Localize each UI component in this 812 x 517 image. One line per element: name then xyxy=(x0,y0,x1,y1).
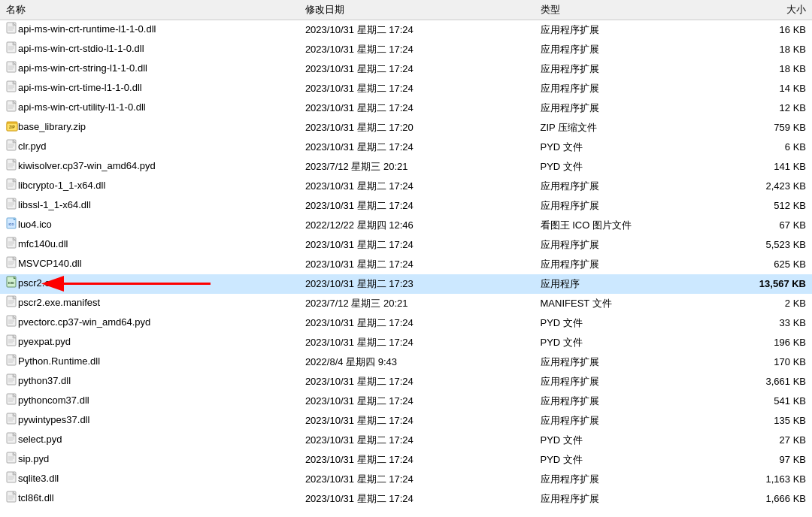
table-row[interactable]: ICO luo4.ico2022/12/22 星期四 12:46看图王 ICO … xyxy=(0,216,812,235)
file-name-text: MSVCP140.dll xyxy=(18,258,82,269)
file-name-cell: python37.dll xyxy=(0,372,211,389)
file-name-text: python37.dll xyxy=(18,375,71,386)
file-name-text: pscr2.exe xyxy=(18,277,60,289)
column-header-name[interactable]: 名称 xyxy=(0,0,299,20)
file-icon xyxy=(6,295,18,310)
table-row[interactable]: pyexpat.pyd2023/10/31 星期二 17:24PYD 文件196… xyxy=(0,333,812,352)
file-icon xyxy=(6,159,18,173)
table-row[interactable]: pythoncom37.dll2023/10/31 星期二 17:24应用程序扩… xyxy=(0,392,812,411)
table-row[interactable]: ZIP base_library.zip2023/10/31 星期二 17:20… xyxy=(0,118,812,138)
file-size-cell: 16 KB xyxy=(705,20,812,40)
file-type-cell: PYD 文件 xyxy=(535,157,705,177)
file-type-cell: 应用程序扩展 xyxy=(535,255,705,274)
file-icon xyxy=(6,41,18,56)
file-name-cell: pythoncom37.dll xyxy=(0,392,211,409)
table-row[interactable]: api-ms-win-crt-utility-l1-1-0.dll2023/10… xyxy=(0,98,812,118)
file-size-cell: 18 KB xyxy=(705,59,812,79)
file-size-cell: 759 KB xyxy=(705,118,812,138)
file-size-cell: 67 KB xyxy=(705,216,812,235)
file-date-cell: 2023/10/31 星期二 17:24 xyxy=(299,40,535,59)
column-header-size[interactable]: 大小 xyxy=(705,0,812,20)
file-size-cell: 512 KB xyxy=(705,196,812,216)
file-size-cell: 625 KB xyxy=(705,255,812,274)
file-size-cell: 2 KB xyxy=(705,294,812,313)
file-name-text: api-ms-win-crt-runtime-l1-1-0.dll xyxy=(18,23,156,35)
table-row[interactable]: api-ms-win-crt-runtime-l1-1-0.dll2023/10… xyxy=(0,20,812,40)
file-icon xyxy=(6,334,18,349)
file-name-cell: kiwisolver.cp37-win_amd64.pyd xyxy=(0,157,211,174)
file-icon xyxy=(6,393,18,407)
table-row[interactable]: api-ms-win-crt-stdio-l1-1-0.dll2023/10/3… xyxy=(0,40,812,59)
file-icon xyxy=(6,22,18,36)
file-size-cell: 1,163 KB xyxy=(705,470,812,489)
file-name-text: sqlite3.dll xyxy=(18,473,59,484)
table-row[interactable]: libssl-1_1-x64.dll2023/10/31 星期二 17:24应用… xyxy=(0,196,812,216)
file-name-text: base_library.zip xyxy=(18,121,86,132)
file-size-cell: 13,567 KB xyxy=(705,274,812,294)
file-name-cell: pvectorc.cp37-win_amd64.pyd xyxy=(0,313,211,331)
file-size-cell: 135 KB xyxy=(705,411,812,431)
table-row[interactable]: api-ms-win-crt-string-l1-1-0.dll2023/10/… xyxy=(0,59,812,79)
table-row[interactable]: sqlite3.dll2023/10/31 星期二 17:24应用程序扩展1,1… xyxy=(0,470,812,489)
file-explorer-list[interactable]: 名称 修改日期 类型 大小 api-ms-win-crt-runti xyxy=(0,0,812,517)
file-size-cell: 18 KB xyxy=(705,40,812,59)
table-row[interactable]: pvectorc.cp37-win_amd64.pyd2023/10/31 星期… xyxy=(0,313,812,333)
file-icon xyxy=(6,198,18,212)
table-row[interactable]: kiwisolver.cp37-win_amd64.pyd2023/7/12 星… xyxy=(0,157,812,177)
table-row[interactable]: EXE pscr2.exe2023/10/31 星期二 17:23应用程序13,… xyxy=(0,274,812,294)
table-row[interactable]: pywintypes37.dll2023/10/31 星期二 17:24应用程序… xyxy=(0,411,812,431)
file-name-text: api-ms-win-crt-string-l1-1-0.dll xyxy=(18,62,147,74)
file-type-cell: 应用程序扩展 xyxy=(535,372,705,392)
file-date-cell: 2023/10/31 星期二 17:24 xyxy=(299,20,535,40)
file-type-cell: 应用程序扩展 xyxy=(535,470,705,489)
table-row[interactable]: pscr2.exe.manifest2023/7/12 星期三 20:21MAN… xyxy=(0,294,812,313)
file-name-text: clr.pyd xyxy=(18,141,47,152)
file-date-cell: 2023/10/31 星期二 17:24 xyxy=(299,489,535,509)
file-name-cell: clr.pyd xyxy=(0,138,211,155)
file-size-cell: 12 KB xyxy=(705,98,812,118)
table-row[interactable]: tcl86t.dll2023/10/31 星期二 17:24应用程序扩展1,66… xyxy=(0,489,812,509)
file-date-cell: 2023/10/31 星期二 17:24 xyxy=(299,177,535,196)
table-row[interactable]: mfc140u.dll2023/10/31 星期二 17:24应用程序扩展5,5… xyxy=(0,235,812,255)
file-icon xyxy=(6,354,18,368)
file-size-cell: 14 KB xyxy=(705,79,812,98)
file-name-cell: ICO luo4.ico xyxy=(0,216,211,233)
table-row[interactable]: libcrypto-1_1-x64.dll2023/10/31 星期二 17:2… xyxy=(0,177,812,196)
file-type-cell: MANIFEST 文件 xyxy=(535,294,705,313)
file-name-text: luo4.ico xyxy=(18,219,52,230)
table-row[interactable]: MSVCP140.dll2023/10/31 星期二 17:24应用程序扩展62… xyxy=(0,255,812,274)
file-icon xyxy=(6,432,18,446)
file-size-cell: 33 KB xyxy=(705,313,812,333)
table-row[interactable]: Python.Runtime.dll2022/8/4 星期四 9:43应用程序扩… xyxy=(0,352,812,372)
file-date-cell: 2023/10/31 星期二 17:24 xyxy=(299,59,535,79)
file-name-text: select.pyd xyxy=(18,434,62,445)
file-size-cell: 1,666 KB xyxy=(705,489,812,509)
file-type-cell: 看图王 ICO 图片文件 xyxy=(535,216,705,235)
file-date-cell: 2023/10/31 星期二 17:24 xyxy=(299,333,535,352)
table-row[interactable]: clr.pyd2023/10/31 星期二 17:24PYD 文件6 KB xyxy=(0,138,812,157)
file-type-cell: 应用程序扩展 xyxy=(535,489,705,509)
table-row[interactable]: sip.pyd2023/10/31 星期二 17:24PYD 文件97 KB xyxy=(0,450,812,470)
table-row[interactable]: python37.dll2023/10/31 星期二 17:24应用程序扩展3,… xyxy=(0,372,812,392)
column-header-type[interactable]: 类型 xyxy=(535,0,705,20)
file-type-cell: 应用程序扩展 xyxy=(535,40,705,59)
file-size-cell: 3,661 KB xyxy=(705,372,812,392)
file-icon xyxy=(6,178,18,192)
svg-text:EXE: EXE xyxy=(8,281,14,285)
file-name-text: sip.pyd xyxy=(18,453,49,464)
file-icon: EXE xyxy=(6,276,18,290)
file-date-cell: 2023/10/31 星期二 17:24 xyxy=(299,372,535,392)
table-row[interactable]: api-ms-win-crt-time-l1-1-0.dll2023/10/31… xyxy=(0,79,812,98)
file-name-cell: tcl86t.dll xyxy=(0,489,211,506)
file-size-cell: 141 KB xyxy=(705,157,812,177)
column-header-date[interactable]: 修改日期 xyxy=(299,0,535,20)
file-type-cell: 应用程序扩展 xyxy=(535,20,705,40)
file-name-text: libcrypto-1_1-x64.dll xyxy=(18,180,105,191)
table-row[interactable]: select.pyd2023/10/31 星期二 17:24PYD 文件27 K… xyxy=(0,431,812,450)
file-name-text: Python.Runtime.dll xyxy=(18,355,100,367)
file-name-cell: sip.pyd xyxy=(0,450,211,467)
file-date-cell: 2022/12/22 星期四 12:46 xyxy=(299,216,535,235)
file-type-cell: 应用程序扩展 xyxy=(535,177,705,196)
file-icon xyxy=(6,471,18,485)
file-icon xyxy=(6,100,18,114)
